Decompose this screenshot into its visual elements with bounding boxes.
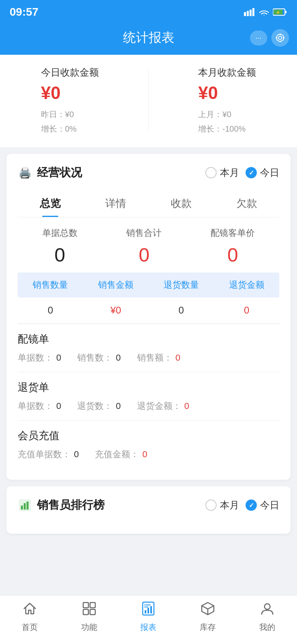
menu-dots-label: ··· — [256, 34, 262, 42]
month-growth-label: 增长： — [198, 124, 222, 133]
recharge-amount: 充值金额： 0 — [95, 448, 147, 460]
nav-my[interactable]: 我的 — [259, 601, 275, 633]
glasses-sales-amount-value: 0 — [176, 353, 180, 363]
sales-table-header: 销售数量 销售金额 退货数量 退货金额 — [18, 272, 279, 297]
sub-section-recharge-row: 充值单据数： 0 充值金额： 0 — [18, 448, 279, 460]
stat-sales-total-value: 0 — [139, 244, 150, 266]
stat-unit-price-label: 配镜客单价 — [211, 227, 255, 239]
chart-icon — [18, 498, 32, 512]
return-bill-count-label: 单据数： — [18, 400, 53, 412]
nav-function-label: 功能 — [81, 622, 97, 633]
status-bar: 09:57 ⚡ — [0, 0, 297, 23]
operation-title-group: 🖨️ 经营状况 — [18, 165, 82, 180]
operation-tabs: 总览 详情 收款 欠款 — [18, 190, 279, 217]
nav-function[interactable]: 功能 — [81, 601, 97, 633]
nav-report[interactable]: 报表 — [140, 601, 156, 633]
last-month-label: 上月： — [198, 110, 222, 119]
stat-total-bills-value: 0 — [54, 244, 65, 266]
td-sales-amount: ¥0 — [83, 305, 149, 316]
sales-rank-radio-month[interactable]: 本月 — [205, 499, 239, 512]
svg-rect-3 — [252, 8, 254, 16]
th-return-amount: 退货金额 — [214, 279, 279, 291]
svg-rect-17 — [27, 502, 29, 510]
content: 今日收款金额 ¥0 昨日：¥0 增长：0% 本月收款金额 ¥0 上月：¥0 增长… — [0, 55, 297, 580]
operation-radio-month-circle[interactable] — [205, 167, 217, 178]
sales-rank-radio-today-label: 今日 — [260, 499, 279, 512]
return-qty-value: 0 — [116, 401, 121, 411]
return-amount: 退货金额： 0 — [137, 400, 189, 412]
month-revenue-amount: ¥0 — [198, 83, 218, 103]
operation-radio-today[interactable]: 今日 — [246, 166, 279, 179]
today-growth-label: 增长： — [41, 124, 65, 133]
sales-rank-radio-today-circle[interactable] — [246, 500, 257, 511]
sales-rank-section: 销售员排行榜 本月 今日 — [6, 486, 291, 534]
sales-rank-icon — [18, 498, 32, 512]
glasses-bill-count-value: 0 — [56, 353, 61, 363]
sub-section-return-row: 单据数： 0 退货数： 0 退货金额： 0 — [18, 400, 279, 412]
svg-rect-0 — [244, 12, 246, 16]
svg-rect-19 — [90, 603, 95, 608]
wifi-icon — [258, 8, 270, 16]
sales-rank-radio-today[interactable]: 今日 — [246, 499, 279, 512]
signal-icon — [244, 8, 255, 16]
svg-rect-2 — [250, 10, 252, 16]
yesterday-value: ¥0 — [65, 110, 74, 119]
operation-radio-today-circle[interactable] — [246, 167, 257, 178]
return-amount-label: 退货金额： — [137, 400, 181, 412]
svg-point-8 — [277, 34, 284, 41]
nav-inventory[interactable]: 库存 — [200, 601, 216, 633]
th-sales-amount: 销售金额 — [83, 279, 149, 291]
operation-radio-today-label: 今日 — [260, 166, 279, 179]
sub-section-return-title: 退货单 — [18, 380, 279, 394]
sales-rank-radio-month-label: 本月 — [220, 499, 239, 512]
sub-section-glasses: 配镜单 单据数： 0 销售数： 0 销售额： 0 — [18, 324, 279, 372]
sub-section-glasses-row: 单据数： 0 销售数： 0 销售额： 0 — [18, 352, 279, 364]
svg-point-9 — [279, 36, 282, 39]
svg-point-29 — [264, 604, 270, 609]
recharge-amount-value: 0 — [142, 449, 147, 460]
tab-overview[interactable]: 总览 — [18, 190, 83, 217]
return-bill-count: 单据数： 0 — [18, 400, 61, 412]
td-return-amount: 0 — [214, 305, 279, 316]
svg-rect-18 — [83, 603, 88, 608]
scan-icon — [276, 33, 285, 42]
revenue-card: 今日收款金额 ¥0 昨日：¥0 增长：0% 本月收款金额 ¥0 上月：¥0 增长… — [0, 55, 297, 147]
glasses-sales-amount-label: 销售额： — [137, 352, 172, 364]
return-bill-count-value: 0 — [56, 401, 61, 411]
stats-row: 单据总数 0 销售合计 0 配镜客单价 0 — [18, 227, 279, 266]
sub-section-recharge: 会员充值 充值单据数： 0 充值金额： 0 — [18, 420, 279, 469]
operation-title: 经营状况 — [37, 165, 82, 180]
stat-sales-total: 销售合计 0 — [126, 227, 162, 266]
operation-radio-month-label: 本月 — [220, 166, 239, 179]
home-icon — [23, 601, 37, 619]
month-growth-value: -100% — [222, 124, 246, 133]
operation-radio-group: 本月 今日 — [205, 166, 279, 179]
stat-sales-total-label: 销售合计 — [126, 227, 162, 239]
svg-rect-1 — [247, 11, 249, 16]
scan-button[interactable] — [271, 29, 289, 47]
menu-button[interactable]: ··· — [250, 31, 267, 45]
operation-icon: 🖨️ — [18, 165, 32, 180]
stat-unit-price: 配镜客单价 0 — [211, 227, 255, 266]
tab-payment[interactable]: 收款 — [149, 190, 214, 217]
stat-total-bills: 单据总数 0 — [42, 227, 78, 266]
return-qty: 退货数： 0 — [77, 400, 121, 412]
my-icon — [260, 601, 274, 619]
stat-total-bills-label: 单据总数 — [42, 227, 78, 239]
nav-home-label: 首页 — [22, 622, 38, 633]
th-sales-qty: 销售数量 — [18, 279, 83, 291]
revenue-divider — [148, 70, 149, 132]
svg-rect-25 — [150, 606, 152, 613]
svg-rect-16 — [24, 503, 26, 510]
sales-rank-radio-month-circle[interactable] — [205, 500, 217, 511]
recharge-amount-label: 充值金额： — [95, 448, 139, 460]
tab-debt[interactable]: 欠款 — [214, 190, 279, 217]
yesterday-label: 昨日： — [41, 110, 65, 119]
tab-detail[interactable]: 详情 — [83, 190, 149, 217]
operation-section-header: 🖨️ 经营状况 本月 今日 — [18, 165, 279, 180]
operation-radio-month[interactable]: 本月 — [205, 166, 239, 179]
nav-home[interactable]: 首页 — [22, 601, 38, 633]
glasses-sales-qty: 销售数： 0 — [77, 352, 121, 364]
status-time: 09:57 — [10, 6, 39, 19]
svg-text:⚡: ⚡ — [276, 10, 281, 15]
